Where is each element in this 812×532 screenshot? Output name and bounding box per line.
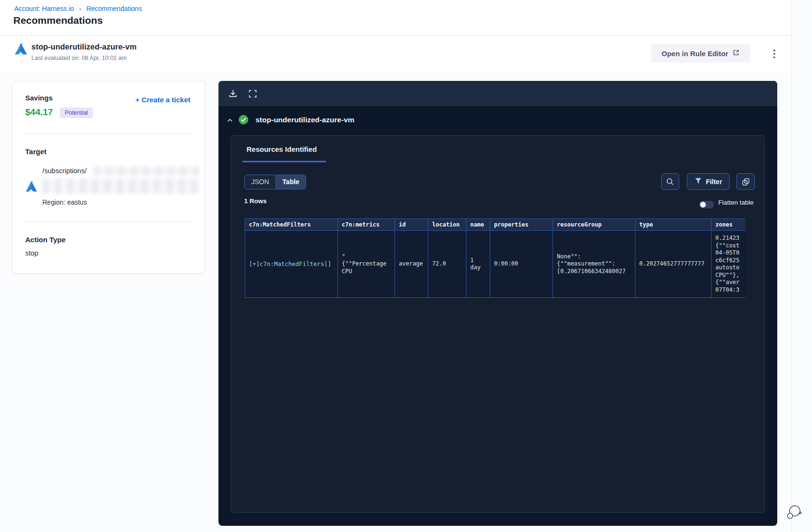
open-rule-editor-label: Open in Rule Editor (662, 49, 728, 58)
viewer-rule-name: stop-underutilized-azure-vm (256, 116, 355, 124)
savings-potential-badge: Potential (60, 108, 93, 118)
col-header-resource-group: resourceGroup (553, 219, 635, 231)
main-content: Savings + Create a ticket $44.17 Potenti… (0, 71, 792, 532)
action-type-value: stop (25, 249, 38, 257)
col-header-zones: zones (712, 219, 746, 231)
right-rail (792, 0, 812, 532)
azure-icon (14, 43, 28, 57)
open-rule-editor-button[interactable]: Open in Rule Editor (651, 44, 750, 62)
toggle-json-option[interactable]: JSON (245, 175, 276, 189)
cell-location: 72.0 (428, 231, 466, 298)
flatten-table-label: Flatten table (718, 199, 753, 206)
breadcrumb-recommendations-link[interactable]: Recommendations (86, 5, 142, 12)
target-region: Region: eastus (42, 198, 87, 206)
cell-type: 0.20274652777777777 (635, 231, 712, 298)
cell-name: 1 day (466, 231, 490, 298)
tab-resources-identified[interactable]: Resources Identified (247, 145, 317, 153)
redacted-resource-path (42, 179, 199, 194)
resources-table-wrap: c7n:MatchedFilters c7n:metrics id locati… (245, 218, 745, 298)
col-header-properties: properties (490, 219, 553, 231)
azure-target-icon (25, 181, 38, 194)
download-icon[interactable] (225, 86, 241, 101)
cell-id: average (395, 231, 428, 298)
fullscreen-icon[interactable] (245, 86, 260, 101)
external-link-icon (733, 49, 740, 58)
divider (25, 134, 192, 134)
col-header-name: name (466, 219, 490, 231)
col-header-matched-filters: c7n:MatchedFilters (245, 219, 338, 231)
active-tab-underline (242, 161, 326, 162)
rows-count: 1 Rows (244, 197, 267, 205)
target-path: /subscriptions/ (42, 167, 87, 175)
col-header-id: id (395, 219, 428, 231)
breadcrumb-account-link[interactable]: Account: Harness.io (14, 5, 74, 12)
success-check-icon (238, 115, 248, 127)
recommendation-name: stop-underutilized-azure-vm (31, 42, 137, 51)
table-row: [+]c7n:MatchedFilters[] " {""Percentage … (245, 231, 746, 298)
col-header-metrics: c7n:metrics (338, 219, 395, 231)
redacted-subscription-id (93, 167, 199, 176)
breadcrumb-separator: › (79, 5, 81, 12)
savings-amount: $44.17 (25, 107, 53, 118)
cell-properties: 0:00:00 (490, 231, 553, 298)
more-options-kebab-icon[interactable]: ⋮ (767, 47, 782, 61)
target-label: Target (25, 148, 47, 156)
filter-funnel-icon (694, 177, 702, 186)
cell-metrics: " {""Percentage CPU (338, 231, 395, 298)
cell-matched-filters-expand-link[interactable]: [+]c7n:MatchedFilters[] (245, 231, 338, 298)
help-chat-icon[interactable] (784, 502, 804, 522)
toggle-knob (700, 202, 706, 207)
collapse-chevron-up-icon[interactable] (223, 114, 237, 127)
cell-resource-group: None"": {""measurement"": [0.20671066342… (553, 231, 635, 298)
divider (25, 222, 192, 222)
resources-viewer-panel: stop-underutilized-azure-vm Resources Id… (218, 81, 777, 526)
breadcrumb: Account: Harness.io › Recommendations (14, 5, 142, 12)
search-icon[interactable] (661, 173, 679, 190)
recommendation-details-card: Savings + Create a ticket $44.17 Potenti… (12, 81, 205, 274)
filter-button[interactable]: Filter (687, 173, 730, 190)
col-header-type: type (635, 219, 712, 231)
create-ticket-link[interactable]: + Create a ticket (136, 96, 190, 104)
toggle-table-option[interactable]: Table (276, 175, 306, 189)
savings-label: Savings (25, 94, 53, 102)
cell-zones: 0.21423 {""cost 04-05T0 c6cf625 autosto … (712, 231, 746, 298)
json-table-toggle: JSON Table (244, 175, 306, 189)
action-type-label: Action Type (25, 236, 66, 244)
resources-identified-card: Resources Identified JSON Table Filter (231, 135, 765, 513)
copy-icon[interactable] (736, 173, 755, 190)
table-header-row: c7n:MatchedFilters c7n:metrics id locati… (245, 219, 746, 231)
page-title: Recommendations (13, 15, 103, 26)
filter-label: Filter (706, 178, 722, 186)
col-header-location: location (428, 219, 466, 231)
top-bar: Account: Harness.io › Recommendations Re… (0, 0, 792, 36)
recommendation-header: stop-underutilized-azure-vm Last evaluat… (0, 36, 792, 71)
resources-table: c7n:MatchedFilters c7n:metrics id locati… (245, 218, 745, 298)
flatten-table-toggle[interactable] (699, 201, 714, 208)
viewer-toolbar (218, 81, 777, 106)
recommendation-last-evaluated: Last evaluated on: 08 Apr, 10:01 am (31, 55, 127, 61)
